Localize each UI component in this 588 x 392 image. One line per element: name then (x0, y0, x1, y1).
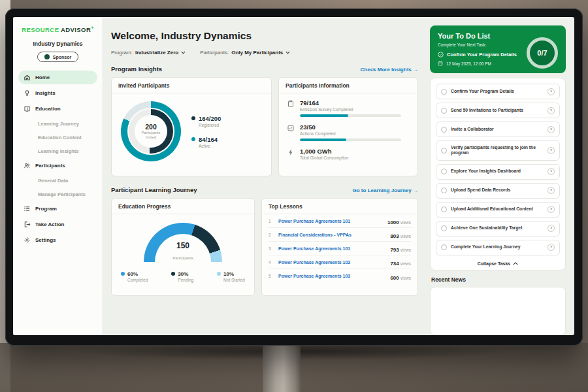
sidebar-nav: Home Insights Education Learning Journey… (13, 71, 103, 247)
task-row[interactable]: Complete Your Learning Journey › (436, 240, 560, 255)
scene: RESOURCE ADVISOR+ Industry Dynamics Spon… (0, 0, 588, 392)
task-checkbox[interactable] (441, 206, 447, 212)
calendar-icon (438, 61, 443, 66)
home-icon (24, 74, 31, 81)
program-icon (24, 205, 31, 212)
participants-information-title: Participants Information (279, 78, 417, 93)
collapse-tasks-link[interactable]: Collapse Tasks (436, 261, 560, 266)
invited-participants-card: Invited Participants 200 Participants In… (111, 77, 272, 176)
page-title: Welcome, Industry Dynamics (111, 30, 418, 42)
actions-progress (300, 139, 401, 141)
task-checkbox[interactable] (441, 225, 447, 231)
check-more-insights-link[interactable]: Check More Insights → (361, 67, 418, 73)
task-row[interactable]: Upload Additional Educational Content › (436, 202, 560, 218)
chevron-down-icon (181, 51, 186, 54)
actions-icon (287, 124, 295, 132)
task-row[interactable]: Explore Your Insights Dashboard › (436, 164, 560, 180)
lesson-row[interactable]: 4 Power Purchase Agreements 102 734views (269, 255, 411, 269)
chevron-right-icon[interactable]: › (547, 88, 555, 95)
go-to-learning-journey-link[interactable]: Go to Learning Journey → (353, 188, 418, 193)
task-row[interactable]: Send 50 Invitations to Participants › (436, 103, 560, 118)
chevron-right-icon[interactable]: › (547, 244, 555, 251)
sponsor-badge-label: Sponsor (53, 55, 71, 59)
participants-information-card: Participants Information 79/164 Emission… (278, 77, 418, 176)
sidebar: RESOURCE ADVISOR+ Industry Dynamics Spon… (13, 17, 103, 335)
settings-icon (24, 237, 31, 244)
task-checkbox[interactable] (441, 127, 447, 133)
sponsor-badge[interactable]: Sponsor (37, 52, 78, 62)
chevron-right-icon[interactable]: › (547, 225, 555, 232)
education-gauge-chart: 150 Participants (144, 223, 222, 262)
sidebar-item-insights[interactable]: Insights (18, 86, 97, 100)
legend-dot (191, 116, 195, 120)
sidebar-item-settings[interactable]: Settings (18, 233, 97, 247)
todo-task-list: Confirm Your Program Details › Send 50 I… (430, 78, 566, 270)
lesson-row[interactable]: 5 Power Purchase Agreements 103 600views (269, 269, 411, 283)
sidebar-item-general-data[interactable]: General Data (18, 174, 97, 186)
legend-dot (191, 137, 195, 141)
sidebar-item-education[interactable]: Education (18, 102, 97, 116)
sidebar-item-education-content[interactable]: Education Content (18, 131, 97, 143)
education-progress-title: Education Progress (112, 199, 254, 214)
invited-donut-center: 200 Participants Invited (135, 115, 167, 148)
chevron-right-icon[interactable]: › (547, 206, 555, 213)
sidebar-item-participants[interactable]: Participants (18, 159, 97, 172)
legend-dot (217, 272, 221, 276)
top-lessons-title: Top Lessons (262, 199, 417, 214)
chevron-right-icon[interactable]: › (547, 168, 555, 175)
sidebar-item-learning-insights[interactable]: Learning Insights (18, 145, 97, 157)
sidebar-item-take-action[interactable]: Take Action (18, 218, 97, 231)
participants-filter-dropdown[interactable]: Participants: Only My Participants (200, 50, 290, 56)
education-gauge-center: 150 Participants (144, 241, 222, 262)
chevron-right-icon[interactable]: › (547, 126, 555, 133)
invited-legend: 164/200 Registered 84/164 Active (191, 115, 221, 148)
task-checkbox[interactable] (441, 188, 447, 193)
education-progress-card: Education Progress 150 Participants 60% (111, 198, 255, 296)
todo-summary-card: Your To Do List Complete Your Next Task:… (430, 25, 566, 73)
chevron-up-icon (513, 262, 518, 265)
recent-news-card (430, 287, 566, 335)
task-checkbox[interactable] (441, 148, 447, 154)
legend-active: 84/164 Active (191, 136, 221, 148)
emission-survey-progress (300, 114, 401, 117)
invited-participants-title: Invited Participants (112, 78, 271, 93)
program-insights-heading: Program Insights (111, 65, 162, 73)
lesson-row[interactable]: 1 Power Purchase Agreements 101 1000view… (269, 214, 411, 228)
learning-journey-heading: Participant Learning Journey (111, 186, 197, 193)
legend-registered: 164/200 Registered (191, 115, 221, 127)
sidebar-item-learning-journey[interactable]: Learning Journey (18, 118, 97, 129)
sidebar-item-program[interactable]: Program (18, 202, 97, 216)
task-row[interactable]: Verify participants requesting to join t… (436, 140, 560, 161)
app-logo: RESOURCE ADVISOR+ (13, 17, 103, 33)
task-row[interactable]: Upload Spend Data Records › (436, 183, 560, 199)
sidebar-item-home[interactable]: Home (18, 71, 97, 84)
task-checkbox[interactable] (441, 108, 447, 114)
task-checkbox[interactable] (441, 244, 447, 250)
program-filter-dropdown[interactable]: Program: Industrialize Zero (111, 50, 186, 56)
task-row[interactable]: Confirm Your Program Details › (436, 84, 560, 99)
stat-actions-completed: 23/50 Actions Completed (287, 123, 410, 141)
monitor-stand (263, 344, 301, 392)
dashboard-screen: RESOURCE ADVISOR+ Industry Dynamics Spon… (13, 17, 574, 335)
lesson-row[interactable]: 3 Power Purchase Agreements 101 793views (269, 242, 411, 255)
todo-progress-ring: 0/7 (527, 37, 558, 69)
survey-icon (287, 100, 295, 108)
org-name: Industry Dynamics (13, 41, 103, 47)
chevron-right-icon[interactable]: › (547, 147, 555, 154)
sidebar-item-manage-participants[interactable]: Manage Participants (18, 188, 97, 200)
recent-news-heading: Recent News (430, 276, 566, 283)
task-checkbox[interactable] (441, 89, 447, 95)
take-action-icon (24, 221, 31, 228)
main-content: Welcome, Industry Dynamics Program: Indu… (103, 17, 426, 335)
education-icon (24, 105, 31, 112)
stat-emission-survey: 79/164 Emission Survey Completed (287, 99, 410, 117)
task-checkbox[interactable] (441, 169, 447, 174)
stat-consumption: 1,000 GWh Total Global Consumption (287, 148, 410, 160)
chevron-right-icon[interactable]: › (547, 107, 555, 114)
chevron-right-icon[interactable]: › (547, 187, 555, 194)
lesson-row[interactable]: 2 Financial Considerations - VPPAs 803vi… (269, 228, 411, 242)
task-row[interactable]: Invite a Collaborator › (436, 122, 560, 137)
task-row[interactable]: Achieve One Sustainability Target › (436, 221, 560, 237)
consumption-icon (287, 148, 295, 156)
participants-icon (24, 162, 31, 169)
